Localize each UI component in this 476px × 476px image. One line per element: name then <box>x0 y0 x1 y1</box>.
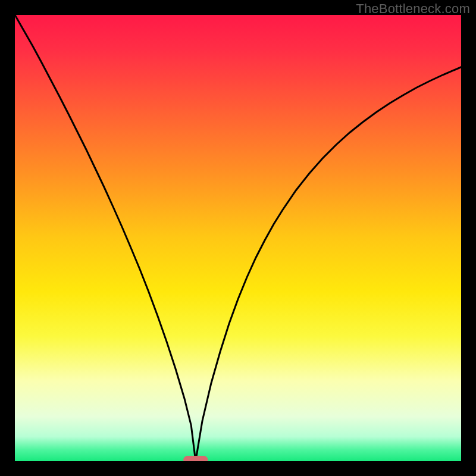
watermark-text: TheBottleneck.com <box>356 1 470 17</box>
minimum-marker <box>183 456 208 461</box>
background-gradient <box>15 15 461 461</box>
chart-frame <box>15 15 461 461</box>
chart-svg <box>15 15 461 461</box>
